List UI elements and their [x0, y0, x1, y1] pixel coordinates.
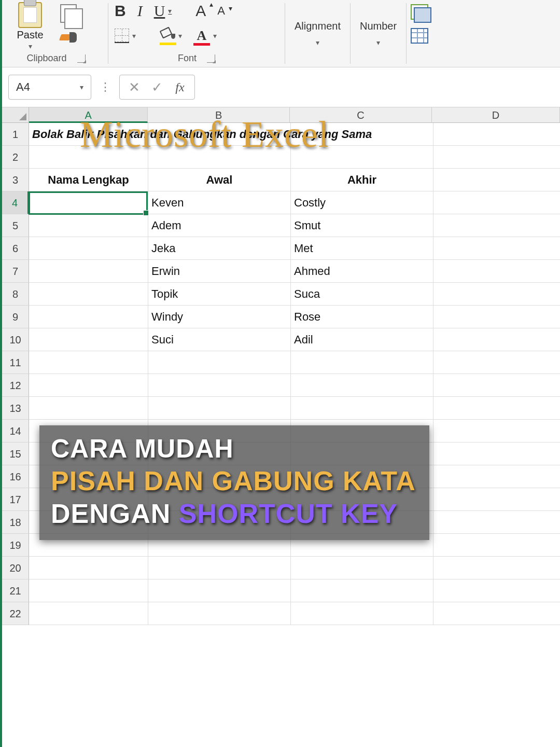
cell-B5[interactable]: Adem — [148, 214, 291, 237]
cell-D14[interactable] — [433, 420, 560, 442]
copy-icon[interactable] — [60, 4, 77, 23]
cell-C9[interactable]: Rose — [291, 306, 433, 328]
cell-A3[interactable]: Nama Lengkap — [29, 169, 148, 191]
cell-D22[interactable] — [433, 602, 560, 625]
chevron-down-icon[interactable]: ▾ — [132, 32, 136, 40]
cell-A12[interactable] — [29, 374, 148, 397]
format-as-table-icon[interactable] — [411, 28, 428, 44]
cell-A9[interactable] — [29, 306, 148, 328]
row-header[interactable]: 9 — [2, 306, 29, 328]
cell-A11[interactable] — [29, 351, 148, 374]
cell-D6[interactable] — [433, 237, 560, 260]
cell-B11[interactable] — [148, 351, 291, 374]
column-header-D[interactable]: D — [432, 107, 560, 123]
cell-D10[interactable] — [433, 328, 560, 351]
cell-B6[interactable]: Jeka — [148, 237, 291, 260]
cell-B10[interactable]: Suci — [148, 328, 291, 351]
cell-A4[interactable] — [29, 191, 148, 214]
row-header[interactable]: 4 — [2, 191, 29, 214]
cell-D4[interactable] — [433, 191, 560, 214]
cell-B21[interactable] — [148, 579, 291, 602]
fill-color-button[interactable]: ▾ — [159, 29, 183, 43]
format-painter-icon[interactable] — [60, 29, 80, 46]
row-header[interactable]: 21 — [2, 579, 29, 602]
cell-A6[interactable] — [29, 237, 148, 260]
row-header[interactable]: 18 — [2, 511, 29, 534]
cell-B3[interactable]: Awal — [148, 169, 291, 191]
chevron-down-icon[interactable]: ▾ — [213, 32, 217, 40]
cell-D8[interactable] — [433, 283, 560, 306]
cell-D7[interactable] — [433, 260, 560, 283]
number-button[interactable]: Number ▾ — [351, 0, 406, 67]
cell-C13[interactable] — [291, 397, 433, 420]
chevron-down-icon[interactable]: ▾ — [80, 83, 83, 91]
select-all-corner[interactable] — [2, 107, 29, 123]
cell-A7[interactable] — [29, 260, 148, 283]
enter-button[interactable]: ✓ — [147, 77, 167, 98]
cell-C5[interactable]: Smut — [291, 214, 433, 237]
cell-C3[interactable]: Akhir — [291, 169, 433, 191]
row-header[interactable]: 10 — [2, 328, 29, 351]
cell-B7[interactable]: Erwin — [148, 260, 291, 283]
cell-D12[interactable] — [433, 374, 560, 397]
cell-B4[interactable]: Keven — [148, 191, 291, 214]
cell-D9[interactable] — [433, 306, 560, 328]
cell-D21[interactable] — [433, 579, 560, 602]
borders-button[interactable]: ▾ — [114, 29, 137, 43]
shrink-font-button[interactable]: A▾ — [216, 4, 226, 18]
cell-D16[interactable] — [433, 465, 560, 488]
row-header[interactable]: 14 — [2, 420, 29, 442]
row-header[interactable]: 15 — [2, 442, 29, 465]
cell-C21[interactable] — [291, 579, 433, 602]
row-header[interactable]: 19 — [2, 534, 29, 557]
cell-C12[interactable] — [291, 374, 433, 397]
row-header[interactable]: 17 — [2, 488, 29, 511]
cell-D1[interactable] — [433, 123, 560, 146]
fx-button[interactable]: fx — [170, 77, 190, 98]
cell-D13[interactable] — [433, 397, 560, 420]
cancel-button[interactable]: ✕ — [124, 77, 145, 98]
row-header[interactable]: 7 — [2, 260, 29, 283]
cell-C10[interactable]: Adil — [291, 328, 433, 351]
formula-input[interactable] — [203, 75, 554, 100]
row-header[interactable]: 12 — [2, 374, 29, 397]
cell-D3[interactable] — [433, 169, 560, 191]
cell-C6[interactable]: Met — [291, 237, 433, 260]
chevron-down-icon[interactable]: ▾ — [178, 32, 182, 40]
bold-button[interactable]: B — [114, 2, 127, 20]
chevron-down-icon[interactable]: ▾ — [29, 42, 32, 50]
cell-D18[interactable] — [433, 511, 560, 534]
paste-button[interactable]: Paste ▾ — [9, 2, 51, 50]
cell-D19[interactable] — [433, 534, 560, 557]
cell-C4[interactable]: Costly — [291, 191, 433, 214]
cell-D17[interactable] — [433, 488, 560, 511]
cell-C11[interactable] — [291, 351, 433, 374]
row-header[interactable]: 13 — [2, 397, 29, 420]
underline-button[interactable]: U ▾ — [153, 2, 173, 20]
alignment-button[interactable]: Alignment ▾ — [285, 0, 350, 67]
cell-D2[interactable] — [433, 146, 560, 169]
row-header[interactable]: 16 — [2, 465, 29, 488]
cell-D5[interactable] — [433, 214, 560, 237]
row-header[interactable]: 6 — [2, 237, 29, 260]
name-box[interactable]: A4 ▾ — [8, 75, 91, 100]
grow-font-button[interactable]: A▴ — [194, 2, 207, 20]
italic-button[interactable]: I — [136, 2, 144, 20]
cell-A10[interactable] — [29, 328, 148, 351]
cell-B20[interactable] — [148, 557, 291, 579]
cell-B13[interactable] — [148, 397, 291, 420]
cell-B12[interactable] — [148, 374, 291, 397]
font-color-button[interactable]: A ▾ — [192, 28, 218, 44]
cell-A21[interactable] — [29, 579, 148, 602]
cell-B8[interactable]: Topik — [148, 283, 291, 306]
row-header[interactable]: 20 — [2, 557, 29, 579]
row-header[interactable]: 8 — [2, 283, 29, 306]
row-header[interactable]: 11 — [2, 351, 29, 374]
cell-D20[interactable] — [433, 557, 560, 579]
dialog-launcher-icon[interactable] — [77, 54, 86, 63]
cell-D11[interactable] — [433, 351, 560, 374]
chevron-down-icon[interactable]: ▾ — [168, 7, 172, 16]
row-header[interactable]: 2 — [2, 146, 29, 169]
cell-C22[interactable] — [291, 602, 433, 625]
cell-C7[interactable]: Ahmed — [291, 260, 433, 283]
